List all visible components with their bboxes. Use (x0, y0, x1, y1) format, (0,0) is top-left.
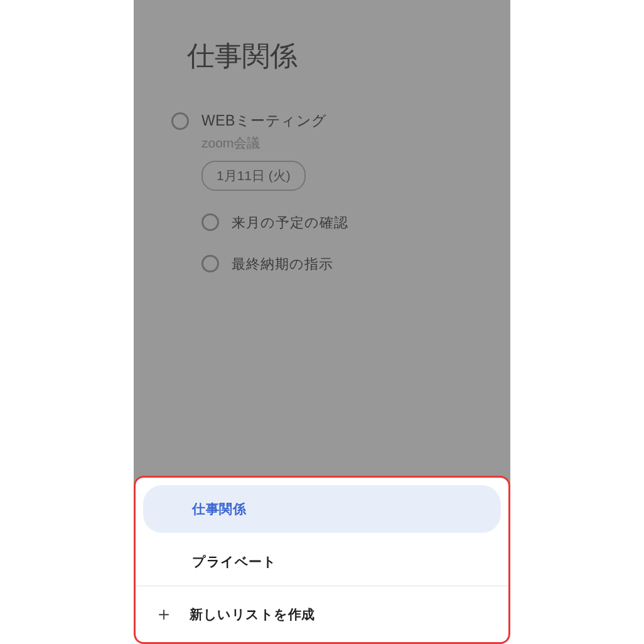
task-content: WEBミーティング zoom会議 1月11日 (火) (201, 111, 327, 191)
list-option-private[interactable]: プライベート (136, 538, 508, 586)
task-title: WEBミーティング (201, 111, 327, 131)
bottom-sheet: 仕事関係 プライベート ＋ 新しいリストを作成 (134, 476, 510, 644)
plus-icon: ＋ (154, 601, 172, 627)
list-option-work[interactable]: 仕事関係 (143, 485, 501, 533)
create-new-list-button[interactable]: ＋ 新しいリストを作成 (136, 586, 508, 642)
task-subtitle: zoom会議 (201, 134, 327, 152)
subtask-item[interactable]: 最終納期の指示 (134, 249, 510, 279)
checkbox-circle-icon[interactable] (171, 112, 189, 130)
dimmed-main-content: 仕事関係 WEBミーティング zoom会議 1月11日 (火) 来月の予定の確認… (134, 0, 510, 502)
checkbox-circle-icon[interactable] (201, 255, 219, 272)
subtask-item[interactable]: 来月の予定の確認 (134, 207, 510, 237)
subtask-title: 最終納期の指示 (232, 254, 333, 274)
task-item[interactable]: WEBミーティング zoom会議 1月11日 (火) (134, 106, 510, 196)
app-screen: 仕事関係 WEBミーティング zoom会議 1月11日 (火) 来月の予定の確認… (134, 0, 510, 644)
checkbox-circle-icon[interactable] (201, 213, 219, 231)
page-title: 仕事関係 (134, 38, 510, 75)
date-chip[interactable]: 1月11日 (火) (201, 161, 306, 191)
create-new-list-label: 新しいリストを作成 (190, 606, 315, 623)
subtask-title: 来月の予定の確認 (232, 212, 348, 232)
